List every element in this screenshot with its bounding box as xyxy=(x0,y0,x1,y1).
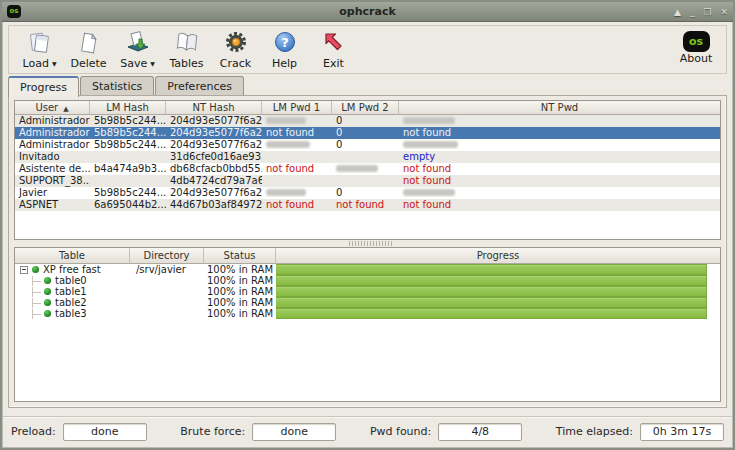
status-cell: 100% in RAM xyxy=(204,286,276,297)
column-header-status[interactable]: Status xyxy=(204,248,276,264)
delete-button[interactable]: Delete xyxy=(64,28,113,70)
tree-connector xyxy=(32,276,42,286)
table-name-cell: table1 xyxy=(15,286,130,297)
maximize-button[interactable]: ❐ xyxy=(703,5,711,19)
save-button-label: Save▼ xyxy=(120,57,155,70)
table-name-cell: table0 xyxy=(15,275,130,286)
minimize-button[interactable]: _ xyxy=(690,5,695,19)
progress-cell xyxy=(276,297,720,308)
hash-table-row[interactable]: ASPNET6a695044b2...44d67b03af84972...not… xyxy=(15,199,720,211)
tables-panel-row[interactable]: table0100% in RAM xyxy=(15,275,720,286)
crack-button-label: Crack xyxy=(220,57,251,70)
progress-bar xyxy=(276,287,706,296)
splitter-handle[interactable] xyxy=(349,241,393,246)
exit-button-label: Exit xyxy=(323,57,344,70)
hash-table-cell: 204d93e5077f6a2... xyxy=(166,139,262,151)
hash-table-cell: SUPPORT_38... xyxy=(15,175,90,187)
column-header-lm-hash[interactable]: LM Hash xyxy=(90,101,166,115)
tab-progress[interactable]: Progress xyxy=(8,76,79,97)
help-button[interactable]: ? Help xyxy=(260,28,309,70)
table-enabled-icon xyxy=(44,277,51,284)
tables-panel-row[interactable]: table3100% in RAM xyxy=(15,308,720,319)
hash-table-row[interactable]: Administrador5b89b5c244...204d93e5077f6a… xyxy=(15,127,720,139)
preload-label: Preload: xyxy=(11,425,56,438)
load-button[interactable]: Load▼ xyxy=(15,28,64,70)
pwd-found-label: Pwd found: xyxy=(370,425,431,438)
column-header-lm-pwd-2[interactable]: LM Pwd 2 xyxy=(332,101,399,115)
hash-table-cell: ASPNET xyxy=(15,199,90,211)
hash-table-cell: 6a695044b2... xyxy=(90,199,166,211)
table-name-label: XP free fast xyxy=(43,264,101,275)
hash-table-cell xyxy=(399,115,720,127)
hash-table-cell xyxy=(262,115,332,127)
progress-bar xyxy=(276,298,706,307)
exit-button[interactable]: Exit xyxy=(309,28,358,70)
load-button-label: Load▼ xyxy=(22,57,56,70)
progress-cell xyxy=(276,275,720,286)
hash-table-row[interactable]: Invitado31d6cfe0d16ae93...empty xyxy=(15,151,720,163)
redacted-value xyxy=(403,117,455,124)
column-header-nt-pwd[interactable]: NT Pwd xyxy=(399,101,720,115)
column-header-lm-pwd-1[interactable]: LM Pwd 1 xyxy=(262,101,332,115)
hash-table-cell: 5b98b5c244... xyxy=(90,139,166,151)
about-button[interactable]: os About xyxy=(672,28,720,65)
tables-panel-row[interactable]: XP free fast/srv/javier100% in RAM xyxy=(15,264,720,275)
exit-icon xyxy=(321,29,347,57)
redacted-value xyxy=(403,189,455,196)
hash-table-row[interactable]: Administrador5b98b5c244...204d93e5077f6a… xyxy=(15,115,720,127)
titlebar[interactable]: os ophcrack ▲ _ ❐ ✕ xyxy=(2,2,733,22)
hash-table-row[interactable]: Asistente de...b4a474a9b3...db68cfacb0bb… xyxy=(15,163,720,175)
hash-table-cell: Administrador xyxy=(15,115,90,127)
table-enabled-icon xyxy=(32,266,39,273)
tab-bar: Progress Statistics Preferences xyxy=(8,76,245,97)
crack-button[interactable]: Crack xyxy=(211,28,260,70)
hash-table-cell xyxy=(90,175,166,187)
redacted-value xyxy=(336,165,378,172)
tree-connector xyxy=(32,298,42,308)
progress-bar xyxy=(276,309,706,318)
tables-panel-header: Table Directory Status Progress xyxy=(15,248,720,264)
tree-collapse-toggle[interactable] xyxy=(20,266,28,274)
redacted-value xyxy=(266,141,310,148)
hash-table-cell xyxy=(90,151,166,163)
hash-table-cell xyxy=(262,175,332,187)
shade-button[interactable]: ▲ xyxy=(674,5,681,19)
table-name-cell: XP free fast xyxy=(15,264,130,275)
status-cell: 100% in RAM xyxy=(204,308,276,319)
hash-table-cell: 204d93e5077f6a2... xyxy=(166,187,262,199)
hash-table-cell: Javier xyxy=(15,187,90,199)
ophcrack-window: os ophcrack ▲ _ ❐ ✕ Load▼ De xyxy=(0,0,735,450)
column-header-directory[interactable]: Directory xyxy=(130,248,204,264)
save-button[interactable]: Save▼ xyxy=(113,28,162,70)
hash-table-cell xyxy=(262,151,332,163)
status-cell: 100% in RAM xyxy=(204,264,276,275)
hash-table-cell: Asistente de... xyxy=(15,163,90,175)
tables-panel-row[interactable]: table1100% in RAM xyxy=(15,286,720,297)
tables-button[interactable]: Tables xyxy=(162,28,211,70)
dropdown-arrow-icon: ▼ xyxy=(150,60,155,67)
tab-preferences[interactable]: Preferences xyxy=(155,76,244,95)
column-header-nt-hash[interactable]: NT Hash xyxy=(166,101,262,115)
hash-table-cell: db68cfacb0bbd55... xyxy=(166,163,262,175)
brute-force-value: done xyxy=(252,423,336,441)
column-header-table[interactable]: Table xyxy=(15,248,130,264)
hash-table-cell xyxy=(262,187,332,199)
table-enabled-icon xyxy=(44,288,51,295)
tables-panel: Table Directory Status Progress XP free … xyxy=(14,247,721,402)
about-button-label: About xyxy=(680,52,713,65)
status-cell: 100% in RAM xyxy=(204,275,276,286)
hash-table-row[interactable]: Administrador5b98b5c244...204d93e5077f6a… xyxy=(15,139,720,151)
time-elapsed-status: Time elapsed: 0h 3m 17s xyxy=(556,423,724,441)
hash-table-row[interactable]: Javier5b98b5c244...204d93e5077f6a2...0 xyxy=(15,187,720,199)
close-button[interactable]: ✕ xyxy=(720,5,728,19)
hash-table-cell: 204d93e5077f6a2... xyxy=(166,127,262,139)
tree-connector xyxy=(32,309,42,319)
tables-panel-row[interactable]: table2100% in RAM xyxy=(15,297,720,308)
column-header-user[interactable]: User▲ xyxy=(15,101,90,115)
hash-table-body: Administrador5b98b5c244...204d93e5077f6a… xyxy=(15,115,720,211)
progress-cell xyxy=(276,286,720,297)
tab-statistics[interactable]: Statistics xyxy=(80,76,154,95)
column-header-progress[interactable]: Progress xyxy=(276,248,720,264)
hash-table-row[interactable]: SUPPORT_38...4db4724cd79a7a6...not found xyxy=(15,175,720,187)
window-controls: ▲ _ ❐ ✕ xyxy=(674,5,728,19)
